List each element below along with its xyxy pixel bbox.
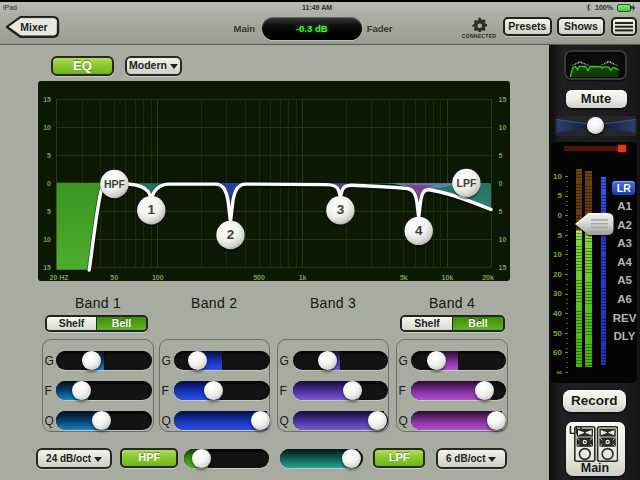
svg-text:1k: 1k [299,274,307,281]
svg-text:10: 10 [43,124,51,131]
svg-text:10: 10 [499,124,507,131]
svg-text:15: 15 [499,264,507,271]
svg-text:5: 5 [499,152,503,159]
svg-text:10: 10 [43,236,51,243]
svg-text:15: 15 [499,96,507,103]
svg-text:500: 500 [253,274,265,281]
svg-text:100: 100 [152,274,164,281]
svg-text:20 HZ: 20 HZ [50,274,70,281]
svg-text:5: 5 [499,208,503,215]
svg-text:10: 10 [499,236,507,243]
svg-text:20k: 20k [482,274,494,281]
svg-text:10k: 10k [442,274,454,281]
svg-text:15: 15 [43,264,51,271]
svg-text:5: 5 [47,152,51,159]
svg-text:50: 50 [110,274,118,281]
svg-text:0: 0 [499,180,503,187]
svg-text:5k: 5k [400,274,408,281]
svg-text:15: 15 [43,96,51,103]
svg-text:0: 0 [47,180,51,187]
svg-text:5: 5 [47,208,51,215]
